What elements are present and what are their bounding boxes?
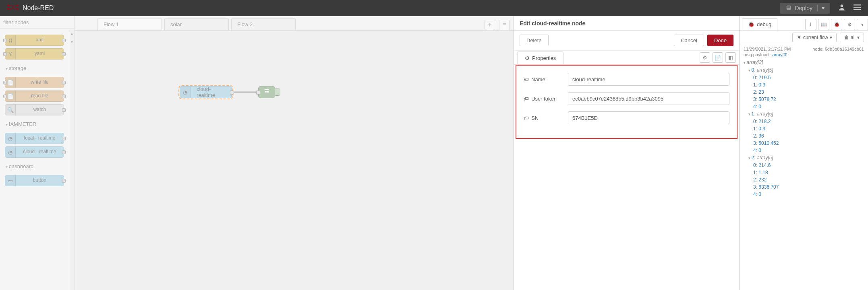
sidebar-config-icon[interactable]: ⚙ — [844, 19, 855, 30]
gauge-icon: ◔ — [180, 86, 191, 98]
sidebar-tab-debug[interactable]: 🐞 debug — [742, 18, 777, 30]
chevron-down-icon: ▾ — [857, 35, 860, 40]
svg-rect-3 — [17, 8, 19, 10]
tray-appearance-icon[interactable]: ◧ — [725, 52, 736, 63]
palette-node-write-file[interactable]: 📄 write file — [5, 77, 64, 88]
chevron-down-icon: ▾ — [830, 35, 832, 40]
svg-rect-7 — [853, 4, 861, 5]
delete-button[interactable]: Delete — [520, 35, 549, 46]
gauge-icon: ◔ — [5, 147, 16, 157]
palette-node-button[interactable]: ▭ button — [5, 175, 64, 186]
sidebar-menu-icon[interactable]: ▾ — [857, 19, 868, 30]
flow-canvas[interactable]: ◔ cloud-realtime — [75, 31, 514, 290]
search-icon: 🔍 — [5, 105, 16, 115]
flow-tabbar: Flow 1 solar Flow 2 + ≡ — [75, 16, 514, 31]
tray-tab-properties[interactable]: ⚙ Properties — [517, 51, 563, 64]
svg-rect-1 — [7, 8, 9, 10]
workspace: Flow 1 solar Flow 2 + ≡ ◔ cloud-realtime — [75, 16, 514, 290]
sidebar: 🐞 debug i 📖 🐞 ⚙ ▾ ▼ current flow ▾ 🗑 all… — [739, 16, 868, 290]
cancel-button[interactable]: Cancel — [674, 35, 704, 46]
scroll-down-icon[interactable]: ▼ — [69, 38, 75, 46]
palette-filter-input[interactable] — [3, 19, 71, 25]
gear-icon: ⚙ — [525, 55, 530, 61]
flow-node-debug[interactable] — [258, 86, 275, 98]
debug-node-id: node: 6db3b8a16149cb61 — [812, 47, 864, 51]
tray-settings-icon[interactable]: ⚙ — [700, 52, 710, 63]
svg-rect-0 — [7, 5, 9, 6]
edit-tray: Edit cloud-realtime node Delete Cancel D… — [514, 16, 739, 290]
user-icon[interactable] — [838, 4, 845, 12]
deploy-icon — [786, 5, 791, 12]
svg-rect-2 — [17, 5, 19, 6]
chevron-down-icon[interactable]: ▾ — [817, 5, 824, 11]
deploy-button[interactable]: Deploy ▾ — [780, 3, 830, 14]
palette-node-yaml[interactable]: Y yaml — [5, 48, 64, 60]
tray-title: Edit cloud-realtime node — [514, 16, 739, 31]
name-input[interactable] — [568, 73, 729, 86]
palette-category-dashboard[interactable]: dashboard — [4, 160, 66, 173]
svg-rect-11 — [265, 91, 269, 92]
tray-description-icon[interactable]: 📄 — [713, 52, 723, 63]
flow-node-cloud-realtime[interactable]: ◔ cloud-realtime — [180, 86, 232, 98]
tag-icon: 🏷 — [524, 96, 529, 102]
gauge-icon: ◔ — [5, 133, 16, 144]
tab-flow1[interactable]: Flow 1 — [97, 18, 162, 30]
debug-toggle[interactable] — [275, 88, 280, 96]
palette-node-xml[interactable]: ⟨⟩ xml — [5, 35, 64, 46]
nodered-logo-icon — [7, 4, 19, 12]
tab-menu-button[interactable]: ≡ — [499, 20, 510, 30]
svg-rect-12 — [265, 93, 269, 93]
palette-node-cloud-realtime[interactable]: ◔ cloud - realtime — [5, 146, 64, 158]
scroll-up-icon[interactable]: ▲ — [69, 30, 75, 38]
app-logo: Node-RED — [7, 4, 54, 12]
field-label-token: 🏷User token — [524, 96, 568, 102]
tag-icon: 🏷 — [524, 76, 529, 82]
done-button[interactable]: Done — [707, 35, 733, 46]
debug-filter-button[interactable]: ▼ current flow ▾ — [792, 33, 837, 42]
palette-scrollbar[interactable]: ▲ ▼ — [69, 30, 75, 290]
field-label-sn: 🏷SN — [524, 115, 568, 121]
sidebar-info-icon[interactable]: i — [805, 19, 816, 30]
trash-icon: 🗑 — [844, 35, 849, 40]
debug-output[interactable]: 11/29/2021, 2:17:21 PM node: 6db3b8a1614… — [740, 44, 868, 290]
menu-icon[interactable] — [853, 4, 861, 12]
token-input[interactable] — [568, 92, 729, 105]
palette-category-storage[interactable]: storage — [4, 62, 66, 74]
tab-solar[interactable]: solar — [164, 18, 229, 30]
sn-input[interactable] — [568, 111, 729, 124]
debug-clear-button[interactable]: 🗑 all ▾ — [840, 33, 864, 42]
add-tab-button[interactable]: + — [485, 20, 495, 30]
button-icon: ▭ — [5, 175, 16, 186]
node-output-port[interactable] — [230, 90, 234, 95]
palette-category-iammeter[interactable]: IAMMETER — [4, 118, 66, 130]
field-label-name: 🏷Name — [524, 76, 568, 82]
svg-rect-10 — [265, 89, 269, 90]
app-header: Node-RED Deploy ▾ — [0, 0, 868, 16]
palette: ⟨⟩ xml Y yaml storage 📄 write file 📄 rea… — [0, 16, 75, 290]
properties-form: 🏷Name 🏷User token 🏷SN — [516, 65, 737, 139]
svg-rect-8 — [853, 7, 861, 8]
debug-timestamp: 11/29/2021, 2:17:21 PM — [744, 47, 791, 51]
palette-node-watch[interactable]: 🔍 watch — [5, 104, 64, 115]
filter-icon: ▼ — [797, 35, 802, 40]
tag-icon: 🏷 — [524, 115, 529, 121]
debug-icon — [263, 88, 270, 96]
palette-node-local-realtime[interactable]: ◔ local - realtime — [5, 133, 64, 144]
palette-node-read-file[interactable]: 📄 read file — [5, 90, 64, 102]
app-title: Node-RED — [23, 4, 54, 12]
svg-point-6 — [841, 4, 843, 7]
sidebar-help-icon[interactable]: 📖 — [818, 19, 829, 30]
tab-flow2[interactable]: Flow 2 — [231, 18, 296, 30]
wire — [75, 31, 437, 191]
bug-icon: 🐞 — [748, 21, 754, 27]
svg-rect-5 — [787, 6, 790, 8]
sidebar-debug-icon[interactable]: 🐞 — [831, 19, 842, 30]
svg-rect-9 — [853, 9, 861, 10]
node-input-port[interactable] — [256, 90, 260, 95]
